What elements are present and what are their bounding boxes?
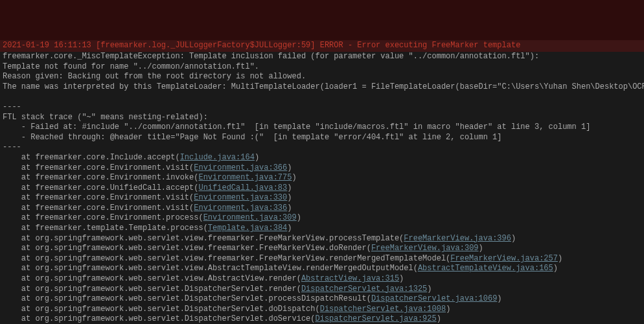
stack-prefix: at org.springframework.web.servlet.Dispa…: [3, 314, 315, 323]
stack-frame: at freemarker.core.Environment.visit(Env…: [3, 163, 641, 174]
stack-frame: at org.springframework.web.servlet.Dispa…: [3, 284, 641, 295]
error-line: freemarker.core._MiscTemplateException: …: [3, 52, 641, 62]
stack-suffix: ): [287, 163, 292, 172]
stack-prefix: at freemarker.template.Template.process(: [3, 224, 208, 233]
stack-prefix: at org.springframework.web.servlet.view.…: [3, 274, 301, 283]
stack-prefix: at org.springframework.web.servlet.Dispa…: [3, 294, 371, 303]
stack-prefix: at freemarker.core.Include.accept(: [3, 153, 180, 162]
source-link[interactable]: AbstractView.java:315: [301, 274, 399, 283]
stack-frame: at freemarker.core.Environment.visit(Env…: [3, 193, 641, 203]
error-line: The name was interpreted by this Templat…: [3, 82, 641, 93]
stack-suffix: ): [287, 224, 292, 233]
stack-prefix: at org.springframework.web.servlet.Dispa…: [3, 305, 320, 314]
error-line: ----: [3, 102, 641, 113]
error-line: - Failed at: #include "../common/annotat…: [3, 122, 641, 133]
stack-suffix: ): [287, 183, 292, 192]
log-body: freemarker.core._MiscTemplateException: …: [0, 52, 644, 324]
stack-suffix: ): [497, 294, 501, 303]
source-link[interactable]: DispatcherServlet.java:925: [315, 314, 436, 323]
source-link[interactable]: Environment.java:330: [194, 193, 287, 202]
stack-prefix: at org.springframework.web.servlet.view.…: [3, 244, 371, 253]
stack-frame: at org.springframework.web.servlet.Dispa…: [3, 294, 641, 305]
stack-suffix: ): [427, 284, 431, 294]
stack-suffix: ): [446, 305, 450, 314]
stack-suffix: ): [292, 173, 296, 182]
stack-prefix: at org.springframework.web.servlet.Dispa…: [3, 284, 301, 294]
error-line: - Reached through: @header title="Page N…: [3, 133, 641, 143]
stack-prefix: at freemarker.core.UnifiedCall.accept(: [3, 183, 198, 192]
stack-suffix: ): [437, 314, 441, 323]
source-link[interactable]: UnifiedCall.java:83: [198, 183, 287, 192]
stack-prefix: at org.springframework.web.servlet.view.…: [3, 234, 404, 243]
stack-frame: at org.springframework.web.servlet.view.…: [3, 274, 641, 284]
source-link[interactable]: Environment.java:309: [203, 213, 297, 222]
log-header-line: 2021-01-19 16:11:13 [freemarker.log._JUL…: [0, 40, 644, 52]
source-link[interactable]: FreeMarkerView.java:396: [404, 234, 511, 243]
source-link[interactable]: Include.java:164: [180, 153, 255, 162]
stack-frame: at org.springframework.web.servlet.view.…: [3, 254, 641, 264]
stack-suffix: ): [287, 203, 292, 213]
error-line: FTL stack trace ("~" means nesting-relat…: [3, 113, 641, 123]
source-link[interactable]: FreeMarkerView.java:257: [450, 254, 558, 263]
source-link[interactable]: Environment.java:775: [198, 173, 292, 182]
source-link[interactable]: DispatcherServlet.java:1008: [320, 305, 446, 314]
stack-suffix: ): [255, 153, 259, 162]
stack-prefix: at freemarker.core.Environment.invoke(: [3, 173, 198, 182]
stack-suffix: ): [287, 193, 292, 202]
stack-prefix: at freemarker.core.Environment.visit(: [3, 193, 194, 202]
stack-frame: at freemarker.template.Template.process(…: [3, 224, 641, 234]
source-link[interactable]: FreeMarkerView.java:309: [371, 244, 479, 253]
stack-suffix: ): [479, 244, 483, 253]
stack-frame: at org.springframework.web.servlet.Dispa…: [3, 305, 641, 315]
stack-frame: at org.springframework.web.servlet.view.…: [3, 244, 641, 254]
source-link[interactable]: DispatcherServlet.java:1069: [371, 294, 497, 303]
stack-suffix: ): [511, 234, 516, 243]
stack-frame: at freemarker.core.Environment.process(E…: [3, 213, 641, 224]
stack-prefix: at org.springframework.web.servlet.view.…: [3, 264, 418, 273]
stack-prefix: at freemarker.core.Environment.process(: [3, 213, 203, 222]
error-line: [3, 92, 641, 102]
stack-prefix: at freemarker.core.Environment.visit(: [3, 203, 194, 213]
source-link[interactable]: DispatcherServlet.java:1325: [301, 284, 427, 294]
error-line: Reason given: Backing out from the root …: [3, 72, 641, 82]
error-message-block: freemarker.core._MiscTemplateException: …: [3, 52, 641, 153]
stack-frame: at org.springframework.web.servlet.view.…: [3, 264, 641, 274]
stack-frame: at org.springframework.web.servlet.Dispa…: [3, 314, 641, 324]
log-output: 2021-01-19 16:11:13 [freemarker.log._JUL…: [0, 40, 644, 324]
stack-suffix: ): [297, 213, 301, 222]
stack-frame: at freemarker.core.Environment.visit(Env…: [3, 203, 641, 214]
stack-suffix: ): [399, 274, 404, 283]
stack-prefix: at freemarker.core.Environment.visit(: [3, 163, 194, 172]
stack-suffix: ): [553, 264, 558, 273]
stack-trace-block: at freemarker.core.Include.accept(Includ…: [3, 153, 641, 324]
stack-prefix: at org.springframework.web.servlet.view.…: [3, 254, 450, 263]
error-line: ----: [3, 143, 641, 153]
stack-suffix: ): [558, 254, 562, 263]
source-link[interactable]: Template.java:384: [208, 224, 287, 233]
source-link[interactable]: AbstractTemplateView.java:165: [418, 264, 553, 273]
stack-frame: at freemarker.core.Environment.invoke(En…: [3, 173, 641, 183]
error-line: Template not found for name "../common/a…: [3, 62, 641, 73]
stack-frame: at freemarker.core.UnifiedCall.accept(Un…: [3, 183, 641, 194]
source-link[interactable]: Environment.java:336: [194, 203, 287, 213]
stack-frame: at org.springframework.web.servlet.view.…: [3, 234, 641, 244]
stack-frame: at freemarker.core.Include.accept(Includ…: [3, 153, 641, 163]
source-link[interactable]: Environment.java:366: [194, 163, 287, 172]
